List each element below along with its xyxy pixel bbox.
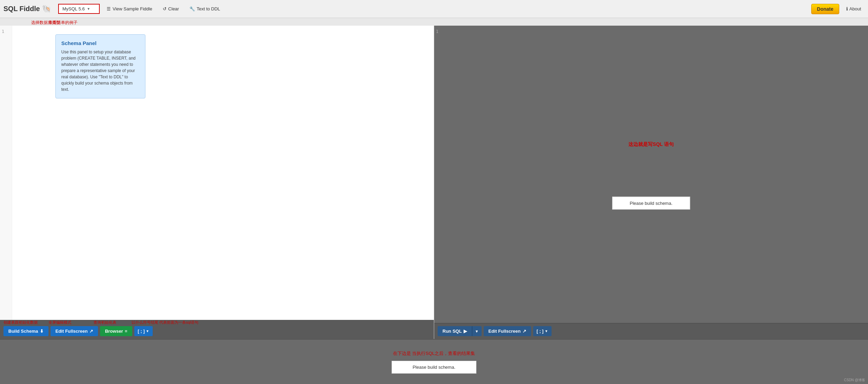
sql-toolbar: Run SQL ▶ ▼ Edit Fullscreen ↗ [ ; ] ▼ [434,323,868,339]
sql-line-1: 1 [436,29,445,34]
semicolon-sql-arrow: ▼ [545,329,548,333]
schema-help-title: Schema Panel [61,40,140,46]
edit-fullscreen-schema-button[interactable]: Edit Fullscreen ↗ [51,326,98,336]
build-schema-button[interactable]: Build Schema ⬇ [3,326,48,336]
semicolon-schema-button[interactable]: [ ; ] ▼ [134,326,153,336]
view-sample-icon: ☰ [107,6,111,11]
donate-label: Donate [817,6,833,12]
run-dropdown-arrow: ▼ [475,329,479,333]
info-icon: ℹ [846,6,848,11]
semicolon-sql-button[interactable]: [ ; ] ▼ [533,326,552,336]
view-sample-annotation: 查看简单的例子 [48,20,78,26]
wrench-icon: 🔧 [189,6,195,11]
semicolon-arrow-icon: ▼ [146,329,149,333]
db-selector[interactable]: MySQL 5.6 ▼ [58,4,100,14]
schema-panel: 1 Schema Panel Use this panel to setup y… [0,26,434,339]
run-sql-label: Run SQL [442,329,462,334]
line-1: 1 [2,29,10,34]
schema-toolbar-buttons: Build Schema ⬇ Edit Fullscreen ↗ Browser… [3,326,430,336]
text-to-ddl-label: Text to DDL [197,6,220,11]
browser-annotation: 查询初始化表 [93,320,128,325]
list-icon: ≡ [125,329,127,334]
edit-fullscreen-sql-label: Edit Fullscreen [489,329,521,334]
view-sample-button[interactable]: ☰ View Sample Fiddle [103,5,156,13]
logo-icon: 🐚 [42,5,51,14]
fullscreen-annotation: 全屏编辑模式 [48,320,90,325]
main-content: 1 Schema Panel Use this panel to setup y… [0,26,868,339]
expand-icon: ↗ [89,329,93,334]
sql-line-numbers: 1 [434,26,446,323]
semicolon-annotation: 以什么符号结尾 代表前面为一条sql语句 [132,320,198,325]
run-sql-group: Run SQL ▶ ▼ [438,326,482,336]
build-schema-label: Build Schema [8,329,38,334]
sql-editor[interactable]: 1 这边就是写SQL 语句 Please build schema. [434,26,868,323]
schema-help-text: Use this panel to setup your database pr… [61,49,140,93]
browser-label: Browser [105,329,123,334]
schema-help-popup: Schema Panel Use this panel to setup you… [55,34,145,98]
download-icon: ⬇ [40,329,44,334]
clear-label: Clear [168,6,179,11]
about-label: About [849,6,861,11]
logo-text: SQL Fiddle [3,5,40,13]
watermark: CSDN @博客 [844,378,865,383]
semicolon-schema-label: [ ; ] [138,329,145,334]
edit-fullscreen-sql-button[interactable]: Edit Fullscreen ↗ [484,326,531,336]
db-value: MySQL 5.6 [62,6,85,11]
clear-button[interactable]: ↺ Clear [159,5,182,13]
please-build-schema-sql: Please build schema. [612,197,690,209]
db-arrow: ▼ [87,7,90,11]
schema-annotations-row: 创建表跟初始化数据 全屏编辑模式 查询初始化表 以什么符号结尾 代表前面为一条s… [0,320,434,325]
text-to-ddl-button[interactable]: 🔧 Text to DDL [186,5,224,13]
donate-button[interactable]: Donate [811,4,839,14]
schema-line-numbers: 1 [0,26,12,320]
expand-sql-icon: ↗ [522,329,526,334]
build-schema-annotation: 创建表跟初始化数据 [3,320,45,325]
view-sample-label: View Sample Fiddle [113,6,152,11]
run-sql-button[interactable]: Run SQL ▶ [438,326,472,336]
clear-icon: ↺ [163,6,167,11]
result-box: Please build schema. [392,361,477,374]
schema-toolbar-area: 创建表跟初始化数据 全屏编辑模式 查询初始化表 以什么符号结尾 代表前面为一条s… [0,320,434,339]
edit-fullscreen-schema-label: Edit Fullscreen [55,329,88,334]
result-panel: 在下边是 当执行SQL之后，查看的结果集 Please build schema… [0,339,868,384]
browser-button[interactable]: Browser ≡ [100,326,132,336]
navbar: SQL Fiddle 🐚 MySQL 5.6 ▼ ☰ View Sample F… [0,0,868,18]
sql-panel: 1 这边就是写SQL 语句 Please build schema. Run S… [434,26,868,339]
run-sql-dropdown-button[interactable]: ▼ [472,326,482,336]
about-button[interactable]: ℹ About [843,5,865,13]
logo-area: SQL Fiddle 🐚 [3,5,51,14]
result-annotation: 在下边是 当执行SQL之后，查看的结果集 [393,350,475,357]
semicolon-sql-label: [ ; ] [537,329,544,334]
schema-editor[interactable]: 1 Schema Panel Use this panel to setup y… [0,26,434,320]
sql-annotation: 这边就是写SQL 语句 [628,141,673,148]
play-icon: ▶ [464,329,467,334]
